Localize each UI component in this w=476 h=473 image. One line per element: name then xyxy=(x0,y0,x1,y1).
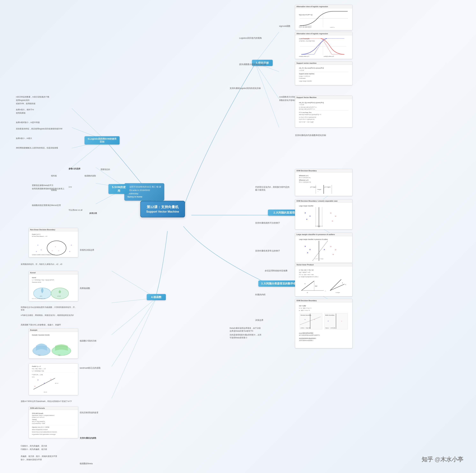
img-example: Example Example: Gaussian Kernels l^(1) … xyxy=(29,328,78,359)
svm-algebra-label: 支持向量机的代价函数和优化目标 xyxy=(295,134,326,137)
img-linearly-sep: SVM Decision Boundary: Linearly separabl… xyxy=(295,199,352,229)
svg-text:C large: C large xyxy=(320,258,323,260)
img4-title: Support Vector Machine xyxy=(295,96,352,99)
svg-line-12 xyxy=(112,298,156,398)
svg-line-95 xyxy=(330,279,341,291)
central-title-cn: 第12课：支持向量机 xyxy=(145,204,180,210)
svg-text:min ½ ||θ||²: min ½ ||θ||² xyxy=(299,305,306,307)
img-svm-kern: SVM with Kernels SVM with Kernels Hypoth… xyxy=(29,406,78,438)
svg-text:×: × xyxy=(309,215,311,217)
gauss-values-label: 高斯函数下面分布上的参数值，值越小、则越窄 xyxy=(21,324,61,326)
topic-5: 5.SVM的使用 xyxy=(108,184,129,194)
author-node: 李治写于2018年05月02日 周三 晴 家 LiZhi write in 20… xyxy=(124,183,164,201)
linear-kernel-label: 线性核 xyxy=(51,175,57,177)
img5-title: SVM Decision Boundary xyxy=(295,169,352,172)
nonlinear-label: 非线性决策边界 xyxy=(80,249,94,251)
svg-text:Better boundary: Better boundary xyxy=(325,314,334,316)
small-n-label: 如果n较小，m很大 xyxy=(16,137,32,140)
svg-text:u: u xyxy=(345,284,346,285)
svg-text:if y=0: θᵀx ≤ -1 (just just ≤1: if y=0: θᵀx ≤ -1 (just just ≤1) xyxy=(299,119,314,120)
svg-text:θ·f ≥ 0: θ·f ≥ 0 xyxy=(44,391,47,393)
logistic-iter-label: Logistics回归迭代的视角 xyxy=(239,37,262,40)
topic-6: 6.Logistic回归和SVM的使用区别 xyxy=(85,136,119,145)
img-vector: Vector Inner Product u = [u₁; u₂], v = [… xyxy=(295,263,352,296)
svg-text:○: ○ xyxy=(50,378,51,380)
svg-point-122 xyxy=(47,241,66,255)
outliers-label: 支持向量机有异常点的例子 xyxy=(255,249,280,252)
svg-text:由于决策边界是theta转置与x相等于0: 由于决策边界是theta转置与x相等于0 xyxy=(299,335,320,336)
svg-text:σ²=0.5: σ²=0.5 xyxy=(57,296,61,297)
svg-text:||u||: ||u|| xyxy=(315,285,317,287)
svg-text:if C is very large, then:: if C is very large, then: xyxy=(299,112,312,113)
topic-2-label: 2.大间隔的直观理解 xyxy=(273,211,297,214)
svg-text:○: ○ xyxy=(341,320,342,322)
svg-text:0 otherwise: 0 otherwise xyxy=(299,78,306,79)
svg-text:目的是使得投影向量p变得更大: 目的是使得投影向量p变得更大 xyxy=(299,338,316,339)
svg-text:×: × xyxy=(37,244,38,246)
img8-title: Large margin classifier in presence of o… xyxy=(295,233,352,236)
optim-change-label: 优化目标类似的改变 xyxy=(80,411,98,414)
svg-text:×: × xyxy=(305,319,305,320)
img-decision-boundary: SVM Decision Boundary min ½ ||θ||² s.t. … xyxy=(295,299,352,348)
part-zero-label: 代价部分近似为0，则转换为有约定的最小值优化 xyxy=(255,186,290,191)
param-1x-label: 1=x xyxy=(68,186,72,188)
svg-text:-y log h(x) - (1-y) log(1-h(x): -y log h(x) - (1-y) log(1-h(x)) xyxy=(299,40,315,42)
img1-title: Alternative view of logistic regression xyxy=(295,5,352,8)
svg-text:large p → small ||θ||: large p → small ||θ|| xyxy=(325,327,335,329)
svg-text:f_i = similarity(x, l^(i)): f_i = similarity(x, l^(i)) xyxy=(32,370,44,372)
svg-text:θ₀+θ₁x₁+θ₂x₂+θ₃x₁x₂+... ≥ 0: θ₀+θ₁x₁+θ₂x₂+θ₃x₁x₂+... ≥ 0 xyxy=(32,236,47,237)
svg-text:p = length of projection of v : p = length of projection of v onto u xyxy=(299,276,318,277)
svg-text:○: ○ xyxy=(34,385,35,387)
svg-text:y=1 region: y=1 region xyxy=(324,186,331,188)
svg-line-11 xyxy=(112,298,156,367)
large-n-label: 如果n很大，相对于m 使用高斯核 xyxy=(16,108,34,114)
svg-text:×: × xyxy=(309,248,311,251)
topic-6-label: 6.Logistic回归和SVM的使用区别 xyxy=(88,138,116,143)
svg-text:Cost of example:: Cost of example: xyxy=(299,38,310,40)
svg-text:Kernel: Kernel xyxy=(32,277,36,278)
author-line2: LiZhi write in 2018/05/02 Wednesday xyxy=(127,189,161,196)
svg-text:○: ○ xyxy=(55,246,56,247)
svg-text:if θ₀ + θ₁f₁ + θ₂f₂ + ... ≥ 0: if θ₀ + θ₁f₁ + θ₂f₂ + ... ≥ 0 xyxy=(32,368,46,369)
svg-text:从而可使得theta变得更小: 从而可使得theta变得更小 xyxy=(299,340,313,341)
img11-title: Non-linear Decision Boundary xyxy=(29,228,78,231)
img9-title: Vector Inner Product xyxy=(295,263,352,266)
svg-text:Decision boundary: Decision boundary xyxy=(301,314,311,316)
svg-text:h_θ(x) = 1 if θᵀx ≥ 0: h_θ(x) = 1 if θᵀx ≥ 0 xyxy=(299,76,310,77)
svg-line-2 xyxy=(255,63,279,99)
svg-text:||u|| = sqrt(u₁² + u₂²): ||u|| = sqrt(u₁² + u₂²) xyxy=(299,272,310,273)
kernel-calc-label: 核函数计算的示例 xyxy=(80,340,96,342)
img-outliers: Large margin classifier in presence of o… xyxy=(295,233,352,263)
svg-text:l^(2): l^(2) xyxy=(58,355,60,356)
svg-text:min ½ Σ θⱼ²  → min ½ ||θ||²: min ½ Σ θⱼ² → min ½ ||θ||² xyxy=(299,121,314,123)
img-svm-optim: Support vector machine min_θ C Σ[y cost₁… xyxy=(295,61,352,85)
svg-text:σ²=1: σ²=1 xyxy=(40,296,42,297)
svg-text:↔: ↔ xyxy=(317,191,319,192)
svg-text:○: ○ xyxy=(330,212,331,214)
svg-text:p: p xyxy=(307,292,308,293)
img-kernel: Kernel Kernel f_i = similarity(x, l^(i))… xyxy=(29,271,78,301)
decision-boundary-label: 决策边界 xyxy=(255,319,263,322)
svg-text:Predict "y = 1": Predict "y = 1" xyxy=(32,366,41,367)
topic-4-label: 4.核函数 xyxy=(151,296,161,299)
svg-text:Gaussian kernel: Gaussian kernel xyxy=(32,281,41,283)
param-c-label: 参数C的选择 xyxy=(68,167,80,170)
svg-text:h(x)=1/(1+e^(-θ^T x)): h(x)=1/(1+e^(-θ^T x)) xyxy=(299,14,312,16)
nn-label: 神经网络能够解决上述所有的情况，但是训练很慢 xyxy=(16,147,58,149)
svg-text:○: ○ xyxy=(330,245,331,248)
mind-map-canvas: 第12课：支持向量机 Support Vector Machine 李治写于20… xyxy=(0,0,476,473)
img-svm-large: Support Vector Machine min_θ C Σ[y cost₁… xyxy=(295,96,352,128)
svg-text:to guarantee SVM optimization : to guarantee SVM optimization converges xyxy=(32,434,56,435)
img6-title: SVM Decision Boundary: Linearly separabl… xyxy=(295,199,352,203)
svg-line-94 xyxy=(330,284,344,291)
svg-text:C small: C small xyxy=(314,258,318,259)
cosine-label: 余弦定理和坐标对应相乘 xyxy=(265,269,288,272)
svg-text:Support vector machine:: Support vector machine: xyxy=(299,73,315,75)
svg-text:f_i = similarity(x, l^(i)) = e: f_i = similarity(x, l^(i)) = exp(-||x-l|… xyxy=(32,279,54,281)
svg-text:min_θ C Σ[y cost₁(θᵀx)+(1-y)co: min_θ C Σ[y cost₁(θᵀx)+(1-y)cost₀(θᵀx)] xyxy=(299,102,324,103)
n-features-label: n表示特征的数量，m表示训练集的个数 使用logistic回归 或者SVM，使用… xyxy=(16,96,49,105)
img13-title: Example xyxy=(29,328,78,332)
svg-text:v: v xyxy=(342,282,343,284)
landmark-select-label: landmark标记点的选取 xyxy=(80,367,101,369)
svg-text:want Σ[y cost₁(θᵀx)+(1-y)cost₀: want Σ[y cost₁(θᵀx)+(1-y)cost₀(θᵀx)] = 0 xyxy=(299,114,321,115)
